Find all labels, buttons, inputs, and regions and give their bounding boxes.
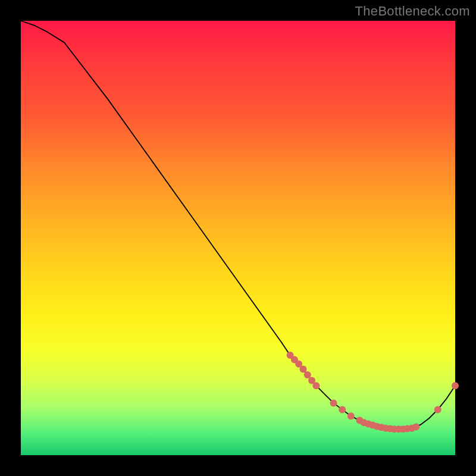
bottleneck-curve: [21, 21, 455, 429]
data-point: [347, 412, 355, 419]
data-point: [412, 424, 419, 431]
data-point: [330, 399, 337, 406]
data-point: [452, 382, 459, 389]
chart-frame: TheBottleneck.com: [0, 0, 476, 476]
chart-svg: [21, 21, 455, 455]
data-point: [304, 371, 311, 378]
data-point: [300, 366, 307, 373]
watermark-text: TheBottleneck.com: [355, 4, 470, 19]
data-point: [339, 406, 346, 413]
data-markers: [287, 352, 459, 433]
data-point: [312, 382, 320, 389]
plot-area: [21, 21, 455, 455]
data-point: [434, 406, 441, 413]
